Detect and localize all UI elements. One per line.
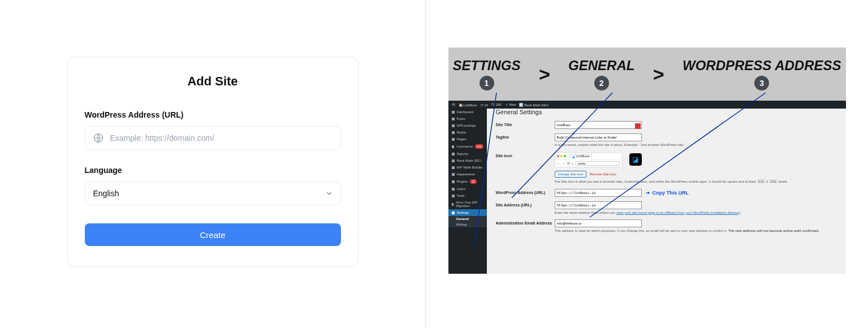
adminbar-new[interactable]: ＋ New [505, 102, 516, 107]
field-warning-icon [635, 123, 641, 129]
site-title-label: Site Title [496, 121, 555, 127]
sidebar-item-media[interactable]: Media [448, 129, 487, 136]
sidebar-item-posts[interactable]: Posts [448, 115, 487, 122]
language-label: Language [85, 166, 341, 175]
sidebar-item-migration[interactable]: All-in-One WP Migration [448, 199, 487, 209]
adminbar-rankmath[interactable]: 📊 Rank Math SEO [519, 103, 549, 107]
sidebar-item-plugins[interactable]: Plugins 12 [448, 178, 487, 185]
card-title: Add Site [85, 74, 341, 89]
sidebar-item-pages[interactable]: Pages [448, 136, 487, 143]
site-address-desc: Enter the same address here unless you w… [555, 211, 840, 215]
wp-address-label: WordPress Address (URL) [85, 110, 341, 119]
sidebar-sub-general[interactable]: General [448, 216, 487, 222]
sidebar-item-rankmath[interactable]: Rank Math SEO [448, 157, 487, 164]
site-address-help-link[interactable]: want your site home page to be different… [616, 211, 740, 214]
globe-icon [93, 132, 104, 144]
wp-address-input-wp[interactable] [555, 189, 642, 197]
step2-badge: 2 [594, 76, 609, 90]
site-icon-image: ◪ [629, 153, 642, 166]
admin-email-desc: This address is used for admin purposes.… [555, 229, 840, 234]
wp-address-label-wp: WordPress Address (URL) [496, 189, 555, 195]
step2-title: GENERAL [568, 58, 634, 74]
sidebar-item-users[interactable]: Users [448, 185, 487, 192]
sidebar-item-wptable[interactable]: WP Table Builder [448, 164, 487, 171]
wp-logo-icon[interactable]: ⓦ [452, 102, 455, 107]
adminbar-comments[interactable]: 🗨 160 [491, 103, 502, 106]
create-button[interactable]: Create [85, 223, 341, 246]
change-site-icon-button[interactable]: Change Site Icon [555, 171, 586, 178]
site-address-label: Site Address (URL) [496, 201, 555, 207]
left-pane: Add Site WordPress Address (URL) Languag… [0, 0, 425, 328]
howto-screenshot: SETTINGS 1 > GENERAL 2 > WORDPRESS ADDRE… [448, 48, 846, 274]
remove-site-icon-button[interactable]: Remove Site Icon [587, 171, 618, 177]
chevron-icon: > [539, 63, 550, 85]
step3-badge: 3 [754, 76, 769, 90]
sidebar-item-comments[interactable]: Comments 102 [448, 143, 487, 150]
site-title-input[interactable] [555, 121, 642, 129]
step1-badge: 1 [480, 76, 494, 90]
adminbar-updates[interactable]: ⟳ 13 [481, 103, 488, 107]
adminbar-site[interactable]: 🏠 LinkBoss [459, 103, 477, 107]
step1-title: SETTINGS [453, 58, 521, 74]
language-select[interactable]: English [85, 182, 341, 205]
wp-admin-bar[interactable]: ⓦ 🏠 LinkBoss ⟳ 13 🗨 160 ＋ New 📊 Rank Mat… [448, 101, 846, 109]
site-icon-desc: The Site Icon is what you see in browser… [555, 179, 840, 184]
sidebar-item-appearance[interactable]: Appearance [448, 171, 487, 178]
step3-title: WORDPRESS ADDRESS [683, 58, 841, 74]
page-heading: General Settings [496, 109, 840, 115]
copy-url-callout: Copy This URL [645, 190, 689, 196]
sidebar-sub-writing[interactable]: Writing [448, 222, 487, 227]
tagline-input[interactable] [555, 133, 642, 141]
sidebar-item-tools[interactable]: Tools [448, 192, 487, 199]
wp-address-input[interactable] [85, 126, 341, 150]
site-address-input[interactable] [555, 201, 642, 209]
admin-email-input[interactable] [555, 219, 642, 227]
wp-sidebar: Dashboard Posts WPLandings Media Pages C… [448, 101, 487, 274]
sidebar-item-spectra[interactable]: Spectra [448, 150, 487, 157]
sidebar-item-wplandings[interactable]: WPLandings [448, 122, 487, 129]
admin-email-label: Administration Email Address [496, 219, 555, 225]
sidebar-item-settings[interactable]: Settings [448, 209, 487, 216]
tagline-label: Tagline [496, 133, 555, 139]
sidebar-item-dashboard[interactable]: Dashboard [448, 109, 487, 115]
tagline-desc: In a few words, explain what this site i… [555, 143, 840, 148]
instruction-banner: SETTINGS 1 > GENERAL 2 > WORDPRESS ADDRE… [448, 48, 846, 101]
chevron-icon: > [653, 63, 664, 85]
settings-page: General Settings Site Title Tagline In a… [487, 101, 846, 274]
add-site-card: Add Site WordPress Address (URL) Languag… [67, 57, 359, 267]
site-icon-preview: ◪LinkBoss ←→⟳⌂www. [555, 152, 623, 167]
right-pane: SETTINGS 1 > GENERAL 2 > WORDPRESS ADDRE… [426, 0, 868, 328]
site-icon-label: Site Icon [496, 152, 555, 158]
